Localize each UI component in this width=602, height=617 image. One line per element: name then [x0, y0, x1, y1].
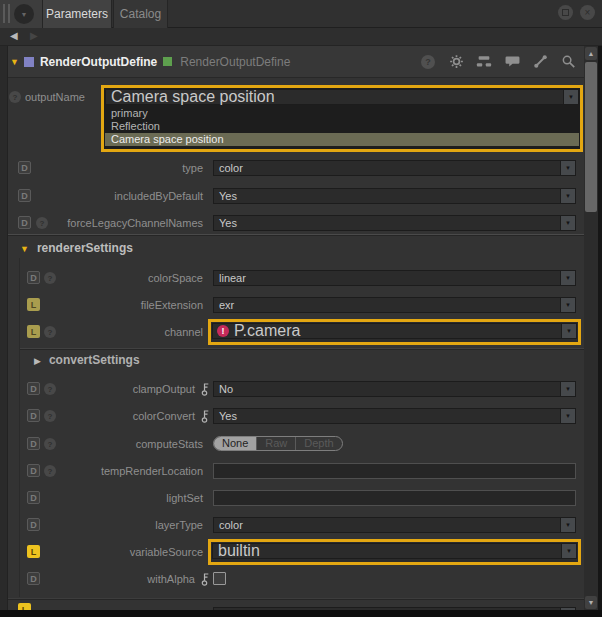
state-badge-default[interactable]: D [18, 216, 31, 229]
dropdown-value: exr [214, 299, 560, 311]
tempRenderLocation-input[interactable] [213, 463, 576, 479]
param-row-lightSet: D lightSet [0, 490, 602, 506]
dropdown-arrow-icon[interactable]: ▼ [560, 189, 575, 203]
edit-button[interactable] [532, 54, 548, 70]
key-icon [200, 408, 211, 424]
param-label-clampOutput: clampOutput [40, 381, 195, 397]
maximize-icon [562, 9, 569, 16]
scroll-down-button[interactable]: ▼ [585, 596, 597, 609]
dropdown-value: color [214, 162, 560, 174]
menu-item-primary[interactable]: primary [105, 107, 579, 120]
colorConvert-dropdown[interactable]: Yes ▼ [213, 408, 576, 424]
node-type: RenderOutputDefine [180, 55, 290, 69]
group-header-convertSettings[interactable]: ▶convertSettings [34, 352, 140, 368]
state-badge-default[interactable]: D [27, 271, 40, 284]
dropdown-value: Camera space position [106, 88, 563, 106]
expression-toggle[interactable] [200, 408, 211, 424]
fileExtension-dropdown[interactable]: exr ▼ [213, 297, 576, 313]
group-header-rendererSettings[interactable]: ▼rendererSettings [20, 240, 133, 256]
param-label-tempRenderLocation: tempRenderLocation [40, 463, 203, 479]
dropdown-arrow-icon[interactable]: ▼ [561, 324, 576, 338]
dropdown-arrow-icon[interactable]: ▼ [560, 161, 575, 175]
back-button[interactable]: ◀ [10, 30, 18, 41]
dropdown-arrow-icon[interactable]: ▼ [560, 271, 575, 285]
close-icon: × [585, 5, 591, 20]
help-icon: ? [421, 55, 435, 69]
menu-item-reflection[interactable]: Reflection [105, 120, 579, 133]
dropdown-arrow-icon[interactable]: ▼ [560, 409, 575, 423]
node-graph-link-button[interactable] [476, 54, 492, 70]
param-label-fileExtension: fileExtension [40, 297, 203, 313]
param-label-layerType: layerType [40, 517, 203, 533]
param-label-forceLegacyChannelNames: forceLegacyChannelNames [40, 215, 203, 231]
scroll-up-button[interactable]: ▲ [585, 47, 597, 60]
state-badge-default[interactable]: D [27, 518, 40, 531]
param-label-includedByDefault: includedByDefault [40, 188, 203, 204]
state-badge-local[interactable]: L [27, 298, 40, 311]
dropdown-value: Yes [214, 190, 560, 202]
tab-catalog[interactable]: Catalog [113, 0, 168, 28]
state-badge-local[interactable]: L [27, 325, 40, 338]
state-badge-default[interactable]: D [18, 189, 31, 202]
param-row-type: D type color ▼ [0, 160, 602, 176]
node-state-swatch [163, 57, 172, 66]
node-graph-icon [476, 55, 492, 68]
state-badge-default[interactable]: D [27, 572, 40, 585]
dropdown-value: No [214, 383, 560, 395]
state-badge-local[interactable]: L [27, 545, 40, 558]
type-dropdown[interactable]: color ▼ [213, 160, 576, 176]
scrollbar-thumb[interactable] [585, 62, 597, 212]
state-badge-default[interactable]: D [27, 491, 40, 504]
forward-button[interactable]: ▶ [30, 30, 38, 41]
state-badge-default[interactable]: D [27, 409, 40, 422]
clampOutput-dropdown[interactable]: No ▼ [213, 381, 576, 397]
node-header-toolbar: ? [420, 54, 576, 70]
parameters-pane: ▼ Parameters Catalog × ◀ ▶ ▼ RenderOutpu… [0, 0, 602, 617]
menu-item-camera-space-position[interactable]: Camera space position [105, 133, 579, 146]
help-icon[interactable]: ? [9, 91, 21, 103]
pane-drag-handle[interactable] [3, 4, 10, 23]
colorSpace-dropdown[interactable]: linear ▼ [213, 270, 576, 286]
comment-button[interactable] [504, 54, 520, 70]
param-row-tempRenderLocation: D ? tempRenderLocation [0, 463, 602, 479]
vertical-scrollbar[interactable]: ▲ ▼ [584, 46, 598, 610]
includedByDefault-dropdown[interactable]: Yes ▼ [213, 188, 576, 204]
state-badge-default[interactable]: D [27, 464, 40, 477]
float-pane-button[interactable] [558, 5, 573, 20]
close-pane-button[interactable]: × [580, 5, 595, 20]
segment-depth[interactable]: Depth [295, 437, 341, 450]
state-badge-default[interactable]: D [27, 382, 40, 395]
segment-none[interactable]: None [214, 437, 256, 450]
pane-menu-button[interactable]: ▼ [14, 4, 34, 24]
dropdown-arrow-icon[interactable]: ▼ [561, 544, 576, 558]
state-badge-default[interactable]: D [18, 161, 31, 174]
node-collapse-icon[interactable]: ▼ [10, 57, 19, 67]
group-label: rendererSettings [37, 241, 133, 255]
param-label-colorConvert: colorConvert [40, 408, 195, 424]
dropdown-arrow-icon[interactable]: ▼ [560, 298, 575, 312]
dropdown-arrow-icon[interactable]: ▼ [560, 216, 575, 230]
dropdown-value: color [214, 519, 560, 531]
expression-toggle[interactable] [200, 571, 211, 587]
outputName-dropdown[interactable]: Camera space position ▼ [105, 89, 579, 105]
lightSet-input[interactable] [213, 490, 576, 506]
param-row-includedByDefault: D includedByDefault Yes ▼ [0, 188, 602, 204]
channel-dropdown[interactable]: ! P.camera ▼ [212, 323, 577, 339]
variableSource-dropdown[interactable]: builtin ▼ [212, 543, 577, 559]
dropdown-arrow-icon[interactable]: ▼ [560, 518, 575, 532]
search-button[interactable] [560, 54, 576, 70]
segment-raw[interactable]: Raw [256, 437, 295, 450]
state-badge-default[interactable]: D [27, 437, 40, 450]
expression-toggle[interactable] [200, 381, 211, 397]
tab-parameters-label: Parameters [46, 7, 108, 21]
dropdown-arrow-icon[interactable]: ▼ [560, 382, 575, 396]
layerType-dropdown[interactable]: color ▼ [213, 517, 576, 533]
key-icon [200, 381, 211, 397]
settings-button[interactable] [448, 54, 464, 70]
forceLegacyChannelNames-dropdown[interactable]: Yes ▼ [213, 215, 576, 231]
withAlpha-checkbox[interactable] [213, 572, 226, 585]
help-button[interactable]: ? [420, 54, 436, 70]
dropdown-arrow-icon[interactable]: ▼ [563, 90, 578, 104]
tab-parameters[interactable]: Parameters [42, 0, 112, 28]
outputName-combo-highlighted: Camera space position ▼ primary Reflecti… [101, 85, 583, 152]
